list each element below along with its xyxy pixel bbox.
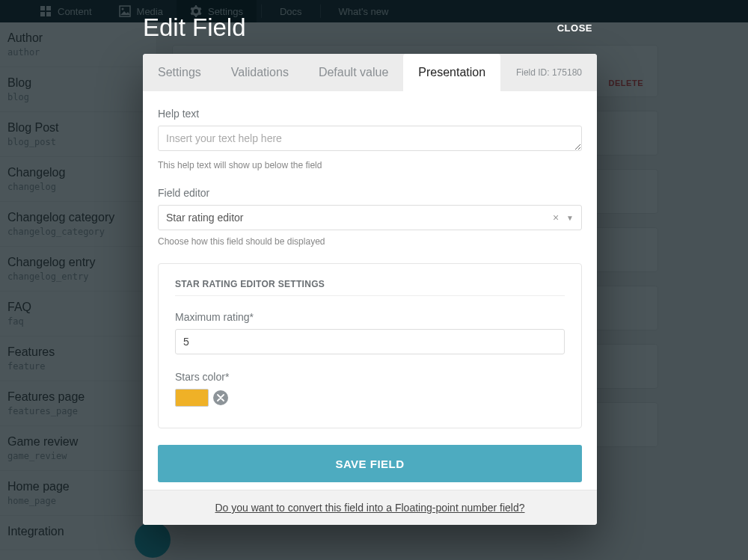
modal-footer: Do you want to convert this field into a… [143, 490, 597, 525]
editor-settings-box: STAR RATING EDITOR SETTINGS Maximum rati… [158, 263, 582, 428]
field-editor-hint: Choose how this field should be displaye… [158, 236, 582, 247]
field-id: Field ID: 175180 [516, 67, 582, 78]
modal-title: Edit Field [143, 13, 246, 42]
modal-header: Edit Field CLOSE [143, 13, 597, 54]
clear-icon[interactable]: × [553, 212, 559, 224]
tab-default-value[interactable]: Default value [304, 54, 403, 91]
max-rating-label: Maximum rating* [175, 311, 565, 323]
save-field-button[interactable]: SAVE FIELD [158, 445, 582, 482]
tab-settings[interactable]: Settings [156, 54, 216, 91]
color-clear-button[interactable] [213, 390, 228, 405]
help-text-hint: This help text will show up below the fi… [158, 160, 582, 170]
stars-color-label: Stars color* [175, 371, 565, 383]
modal-content: Help text This help text will show up be… [143, 91, 597, 490]
max-rating-input[interactable] [175, 329, 565, 354]
tab-presentation[interactable]: Presentation [403, 54, 500, 91]
field-editor-select[interactable]: Star rating editor × ▼ [158, 205, 582, 230]
edit-field-modal: Edit Field CLOSE Settings Validations De… [143, 13, 597, 525]
field-editor-label: Field editor [158, 187, 582, 199]
convert-field-link[interactable]: Do you want to convert this field into a… [215, 502, 524, 514]
editor-settings-heading: STAR RATING EDITOR SETTINGS [175, 279, 565, 296]
help-text-label: Help text [158, 108, 582, 120]
tab-validations[interactable]: Validations [216, 54, 304, 91]
modal-body: Settings Validations Default value Prese… [143, 54, 597, 525]
close-icon [217, 394, 224, 401]
chevron-down-icon: ▼ [566, 214, 574, 222]
tabs: Settings Validations Default value Prese… [143, 54, 597, 91]
help-text-input[interactable] [158, 126, 582, 151]
field-editor-value: Star rating editor [166, 212, 553, 224]
close-button[interactable]: CLOSE [557, 22, 592, 34]
stars-color-row [175, 389, 565, 407]
color-swatch[interactable] [175, 389, 209, 407]
